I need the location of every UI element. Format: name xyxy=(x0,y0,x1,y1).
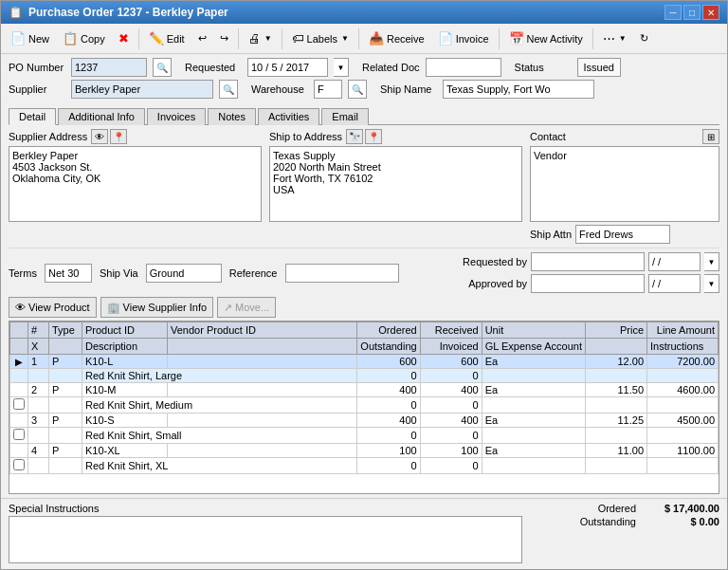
supplier-search[interactable]: 🔍 xyxy=(219,80,238,99)
tab-additional-info[interactable]: Additional Info xyxy=(58,108,145,125)
close-button[interactable]: ✕ xyxy=(702,5,719,20)
tab-activities[interactable]: Activities xyxy=(258,108,319,125)
tab-detail[interactable]: Detail xyxy=(9,108,56,125)
po-number-input[interactable] xyxy=(71,58,147,77)
table-container: # Type Product ID Vendor Product ID Orde… xyxy=(9,321,719,494)
warehouse-input[interactable] xyxy=(314,80,342,99)
table-row: Red Knit Shirt, Small 0 0 xyxy=(10,428,719,444)
toolbar-sep-4 xyxy=(358,28,359,49)
row-4-unit: Ea xyxy=(482,444,585,458)
receive-button[interactable]: 📥 Receive xyxy=(363,27,430,51)
row-3-invoiced: 0 xyxy=(420,428,482,444)
maximize-button[interactable]: □ xyxy=(683,5,701,20)
ship-to-pin-icon[interactable]: 📍 xyxy=(365,129,382,144)
move-button[interactable]: ↗ Move... xyxy=(217,297,276,318)
refresh-button[interactable]: ↻ xyxy=(634,27,654,51)
view-product-button[interactable]: 👁 View Product xyxy=(9,297,97,318)
product-toolbar: 👁 View Product 🏢 View Supplier Info ↗ Mo… xyxy=(9,297,719,318)
undo-button[interactable]: ↩ xyxy=(192,27,212,51)
labels-button[interactable]: 🏷 Labels ▼ xyxy=(286,27,355,51)
po-number-search[interactable]: 🔍 xyxy=(153,58,172,77)
new-button[interactable]: 📄 New xyxy=(5,27,55,51)
row-3-checkbox[interactable] xyxy=(13,429,25,440)
outstanding-label: Outstanding xyxy=(580,516,636,527)
th-sub-outstanding: Outstanding xyxy=(357,339,420,355)
row-2-arrow xyxy=(10,383,28,397)
row-4-checkbox[interactable] xyxy=(13,459,25,470)
approved-by-label: Approved by xyxy=(451,278,527,289)
labels-icon: 🏷 xyxy=(292,31,304,46)
special-instructions-textarea[interactable] xyxy=(9,516,522,563)
requested-date-arrow[interactable]: ▼ xyxy=(334,58,349,77)
row-3-vendor-product-id xyxy=(168,414,357,428)
ship-via-input[interactable] xyxy=(146,264,222,283)
row-1-desc-x xyxy=(28,369,49,383)
ship-attn-label: Ship Attn xyxy=(530,229,572,240)
requested-input[interactable] xyxy=(247,58,328,77)
requested-by-date-arrow[interactable]: ▼ xyxy=(704,252,719,271)
tab-invoices[interactable]: Invoices xyxy=(147,108,206,125)
view-supplier-button[interactable]: 🏢 View Supplier Info xyxy=(100,297,213,318)
th-sub-description: Description xyxy=(82,339,168,355)
row-1-product-id[interactable]: K10-L xyxy=(82,355,168,369)
ship-attn-input[interactable] xyxy=(575,225,670,244)
labels-label: Labels xyxy=(307,33,337,45)
more-button[interactable]: ⋯ ▼ xyxy=(597,27,632,51)
row-4-arrow xyxy=(10,444,28,458)
related-doc-input[interactable] xyxy=(426,58,501,77)
print-button[interactable]: 🖨 ▼ xyxy=(243,27,278,51)
row-3-product-id[interactable]: K10-S xyxy=(82,414,168,428)
redo-button[interactable]: ↪ xyxy=(214,27,234,51)
contact-expand-icon[interactable]: ⊞ xyxy=(702,129,719,144)
warehouse-search[interactable]: 🔍 xyxy=(348,80,367,99)
ship-to-address-header: Ship to Address 🔭 📍 xyxy=(269,129,522,144)
minimize-button[interactable]: ─ xyxy=(664,5,682,20)
table-header-row: # Type Product ID Vendor Product ID Orde… xyxy=(10,322,719,339)
undo-icon: ↩ xyxy=(198,32,207,45)
edit-label: Edit xyxy=(167,33,185,45)
row-3-ordered: 400 xyxy=(357,414,420,428)
th-sub-invoiced: Invoiced xyxy=(420,339,482,355)
row-2-desc-empty xyxy=(49,397,82,414)
invoice-button[interactable]: 📄 Invoice xyxy=(432,27,495,51)
warehouse-label: Warehouse xyxy=(251,83,308,95)
new-icon: 📄 xyxy=(10,31,26,46)
edit-button[interactable]: ✏️ Edit xyxy=(143,27,191,51)
copy-button[interactable]: 📋 Copy xyxy=(57,27,111,51)
invoice-icon: 📄 xyxy=(438,31,453,46)
tab-notes[interactable]: Notes xyxy=(208,108,256,125)
row-1-desc-empty xyxy=(49,369,82,383)
th-ordered: Ordered xyxy=(357,322,420,339)
supplier-input[interactable] xyxy=(71,80,213,99)
requested-by-date[interactable] xyxy=(648,252,701,271)
ship-name-input[interactable] xyxy=(443,80,594,99)
new-activity-button[interactable]: 📅 New Activity xyxy=(503,27,589,51)
row-1-num: 1 xyxy=(28,355,49,369)
toolbar-sep-5 xyxy=(499,28,500,49)
terms-input[interactable] xyxy=(45,264,92,283)
reference-input[interactable] xyxy=(285,264,399,283)
row-1-line-amount: 7200.00 xyxy=(647,355,719,369)
ship-to-binoculars-icon[interactable]: 🔭 xyxy=(346,129,363,144)
row-4-product-id[interactable]: K10-XL xyxy=(82,444,168,458)
approved-by-input[interactable] xyxy=(531,274,645,293)
th-arrow xyxy=(10,322,28,339)
move-label: Move... xyxy=(235,302,269,313)
approved-by-date[interactable] xyxy=(648,274,701,293)
view-product-label: View Product xyxy=(28,302,90,313)
approved-by-row: Approved by ▼ xyxy=(451,274,719,293)
ship-to-address-label: Ship to Address xyxy=(269,131,342,142)
row-3-desc: Red Knit Shirt, Small xyxy=(82,428,357,444)
row-3-type: P xyxy=(49,414,82,428)
tab-email[interactable]: Email xyxy=(321,108,369,125)
supplier-map-icon[interactable]: 👁 xyxy=(91,129,108,144)
requested-by-input[interactable] xyxy=(531,252,645,271)
ship-to-address-text: Texas Supply 2020 North Main Street Fort… xyxy=(269,146,522,222)
approved-by-date-arrow[interactable]: ▼ xyxy=(704,274,719,293)
supplier-pin-icon[interactable]: 📍 xyxy=(110,129,127,144)
row-2-checkbox[interactable] xyxy=(13,398,25,410)
row-2-product-id[interactable]: K10-M xyxy=(82,383,168,397)
delete-button[interactable]: ✖ xyxy=(113,27,135,51)
table-row: 3 P K10-S 400 400 Ea 11.25 4500.00 xyxy=(10,414,719,428)
row-4-received: 100 xyxy=(420,444,482,458)
